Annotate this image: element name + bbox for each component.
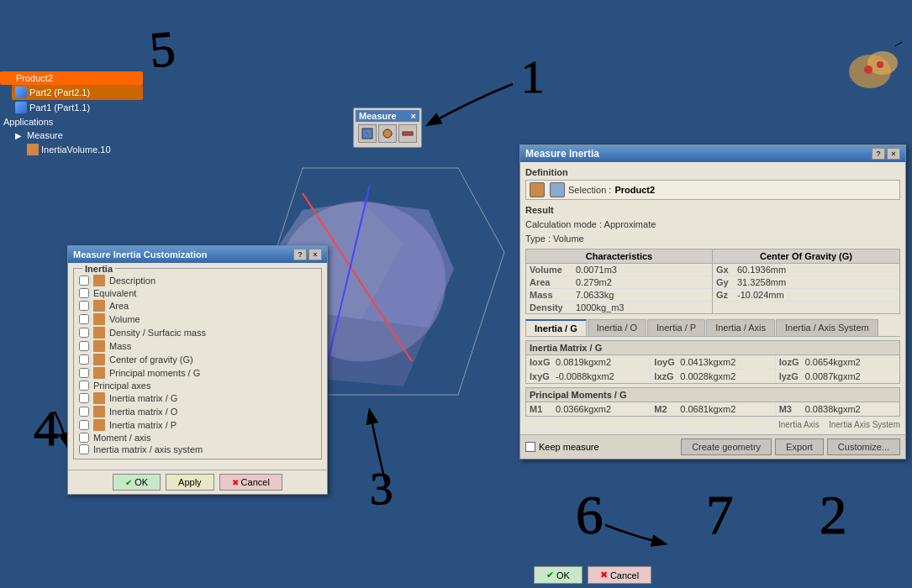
tree-item-measure[interactable]: ▶ Measure	[12, 129, 143, 142]
check-density[interactable]	[79, 328, 89, 338]
principal-row-1: M1 0.0366kgxm2 M2 0.0681kgxm2 M3 0.0838k…	[526, 402, 899, 416]
density-key: Density	[530, 302, 576, 312]
custom-item-density[interactable]: Density / Surfacic mass	[79, 326, 316, 339]
mass-row: Mass 7.0633kg	[526, 289, 712, 302]
result-section: Result Calculation mode : Approximate Ty…	[525, 205, 900, 245]
custom-item-mass[interactable]: Mass	[79, 339, 316, 353]
main-cancel-button[interactable]: ✖ Cancel	[588, 566, 651, 584]
custom-item-inertia-axis-system[interactable]: Inertia matrix / axis system	[79, 444, 316, 455]
custom-item-area[interactable]: Area	[79, 299, 316, 312]
custom-close-button[interactable]: ×	[308, 249, 322, 260]
gy-key: Gy	[716, 277, 737, 287]
custom-item-cog[interactable]: Center of gravity (G)	[79, 353, 316, 366]
check-volume[interactable]	[79, 314, 89, 324]
tab-inertia-p[interactable]: Inertia / P	[647, 319, 705, 336]
customize-button[interactable]: Customize...	[827, 438, 900, 455]
check-inertia-o[interactable]	[79, 407, 89, 417]
keep-measure-row: Keep measure	[525, 442, 599, 452]
calc-mode-value: Approximate	[604, 219, 656, 229]
cell-iozg: IozG 0.0654kgxm2	[776, 355, 899, 369]
io-icon	[93, 406, 105, 417]
custom-cancel-button[interactable]: ✖ Cancel	[219, 474, 282, 491]
gx-key: Gx	[716, 265, 737, 275]
cell-ioyg: IoyG 0.0413kgxm2	[651, 355, 775, 369]
custom-item-principal-moments[interactable]: Principal moments / G	[79, 366, 316, 380]
custom-apply-button[interactable]: Apply	[166, 474, 214, 491]
custom-item-moment-axis[interactable]: Moment / axis	[79, 432, 316, 444]
custom-item-principal-axes[interactable]: Principal axes	[79, 380, 316, 391]
toolbar-btn-1[interactable]	[358, 124, 377, 143]
inertia-axis-system-label: Inertia Axis System	[829, 420, 900, 429]
ioyg-key: IoyG	[654, 357, 677, 367]
svg-text:1: 1	[521, 51, 545, 102]
main-ok-button[interactable]: ✔ OK	[534, 566, 583, 584]
toolbar-btn-2[interactable]	[378, 124, 397, 143]
inertia-axis-annotations: Inertia Axis Inertia Axis System	[525, 420, 900, 429]
custom-item-equivalent[interactable]: Equivalent	[79, 287, 316, 299]
check-mass[interactable]	[79, 341, 89, 351]
tab-inertia-o[interactable]: Inertia / O	[588, 319, 646, 336]
tab-inertia-g[interactable]: Inertia / G	[525, 319, 587, 336]
mass-icon	[93, 340, 105, 352]
area-row: Area 0.279m2	[526, 276, 712, 289]
custom-item-inertia-g[interactable]: Inertia matrix / G	[79, 391, 316, 405]
tree-item-part2[interactable]: Part2 (Part2.1)	[12, 85, 143, 100]
tree-item-product[interactable]: Product2	[0, 71, 143, 85]
check-inertia-g[interactable]	[79, 393, 89, 403]
check-equivalent[interactable]	[79, 288, 89, 298]
measure-toolbar-titlebar: Measure ×	[356, 110, 419, 122]
check-description[interactable]	[79, 276, 89, 286]
check-area[interactable]	[79, 301, 89, 311]
custom-item-inertia-p[interactable]: Inertia matrix / P	[79, 418, 316, 432]
custom-help-button[interactable]: ?	[293, 249, 307, 260]
gy-row: Gy 31.3258mm	[713, 276, 899, 289]
check-inertia-axis-system[interactable]	[79, 444, 89, 454]
custom-item-description[interactable]: Description	[79, 274, 316, 287]
inertia-group-title: Inertia	[82, 264, 115, 274]
check-principal-axes[interactable]	[79, 381, 89, 391]
type-row: Type : Volume	[525, 232, 900, 246]
cog-section: Center Of Gravity (G) Gx 60.1936mm Gy 31…	[713, 249, 899, 313]
tab-inertia-axis-system[interactable]: Inertia / Axis System	[776, 319, 878, 336]
mass-val: 7.0633kg	[576, 290, 614, 300]
export-button[interactable]: Export	[775, 438, 824, 455]
check-moment-axis[interactable]	[79, 433, 89, 443]
inertia-matrix-title: Inertia Matrix / G	[525, 340, 900, 354]
product-icon	[3, 73, 13, 83]
ixzg-val: 0.0028kgxm2	[680, 371, 735, 381]
svg-text:4: 4	[34, 401, 59, 456]
ioxg-val: 0.0819kgxm2	[556, 357, 611, 367]
ixyg-val: -0.0088kgxm2	[556, 371, 614, 381]
measure-toolbar: Measure ×	[353, 108, 422, 148]
custom-item-inertia-o[interactable]: Inertia matrix / O	[79, 405, 316, 418]
customization-buttons: ✔ OK Apply ✖ Cancel	[68, 470, 327, 494]
help-button[interactable]: ?	[872, 148, 885, 160]
cancel-icon: ✖	[232, 478, 239, 487]
tree-item-applications[interactable]: Applications	[0, 115, 143, 129]
custom-ok-button[interactable]: ✔ OK	[113, 474, 161, 491]
create-geometry-button[interactable]: Create geometry	[681, 438, 772, 455]
m1-key: M1	[530, 404, 553, 414]
volume-val: 0.0071m3	[576, 265, 617, 275]
m2-val: 0.0681kgxm2	[680, 404, 735, 414]
mass-key: Mass	[530, 290, 576, 300]
m2-key: M2	[654, 404, 677, 414]
svg-point-23	[383, 129, 392, 138]
check-cog[interactable]	[79, 354, 89, 365]
keep-measure-checkbox[interactable]	[525, 442, 535, 452]
pm-icon	[93, 367, 105, 379]
measure-toolbar-close[interactable]: ×	[411, 111, 416, 121]
volume-row: Volume 0.0071m3	[526, 264, 712, 276]
check-principal-moments[interactable]	[79, 368, 89, 378]
close-button[interactable]: ×	[887, 148, 900, 160]
main-bottom-bar: ✔ OK ✖ Cancel	[534, 566, 651, 584]
tab-inertia-axis[interactable]: Inertia / Axis	[706, 319, 775, 336]
tree-item-inertia[interactable]: InertiaVolume.10	[24, 142, 143, 157]
custom-item-volume[interactable]: Volume	[79, 312, 316, 326]
gz-key: Gz	[716, 290, 737, 300]
tree-item-part1[interactable]: Part1 (Part1.1)	[12, 100, 143, 115]
check-inertia-p[interactable]	[79, 420, 89, 430]
measure-toolbar-body	[356, 122, 419, 145]
toolbar-btn-3[interactable]	[398, 124, 417, 143]
m3-val: 0.0838kgxm2	[805, 404, 861, 414]
